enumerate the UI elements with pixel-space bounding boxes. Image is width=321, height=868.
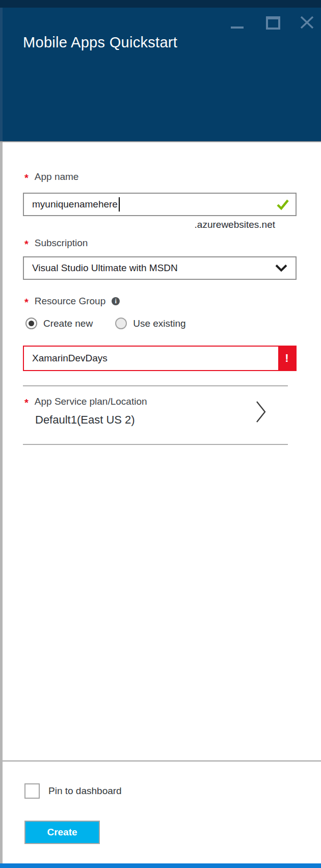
resource-group-name-input[interactable]: XamarinDevDays ! [23, 346, 297, 371]
radio-label: Use existing [133, 318, 186, 329]
resource-group-name-value: XamarinDevDays [32, 353, 108, 364]
blade-title: Mobile Apps Quickstart [23, 34, 177, 51]
chevron-down-icon [275, 265, 287, 272]
window-top-strip [0, 0, 321, 8]
app-service-plan-value: Default1(East US 2) [35, 413, 135, 427]
required-asterisk: * [24, 239, 29, 249]
app-service-plan-label: * App Service plan/Location [24, 396, 147, 407]
app-name-label-text: App name [35, 171, 79, 182]
pin-to-dashboard-checkbox[interactable] [24, 783, 40, 799]
header-left-accent [0, 8, 3, 141]
info-icon[interactable]: i [112, 297, 120, 305]
required-asterisk: * [24, 398, 29, 408]
app-name-domain-suffix: .azurewebsites.net [195, 219, 275, 230]
radio-selected-icon[interactable] [25, 318, 37, 329]
app-service-plan-selector[interactable]: * App Service plan/Location Default1(Eas… [23, 393, 288, 442]
radio-unselected-icon[interactable] [115, 318, 127, 329]
subscription-select[interactable]: Visual Studio Ultimate with MSDN [23, 256, 297, 280]
form-area: * App name myuniquenamehere .azurewebsit… [0, 142, 321, 760]
error-exclamation-icon: ! [278, 347, 296, 370]
resource-group-radio-group: Create new Use existing [25, 318, 186, 329]
divider [23, 444, 288, 445]
app-name-value: myuniquenamehere [32, 199, 118, 210]
required-asterisk: * [24, 173, 29, 183]
text-caret [119, 197, 120, 212]
divider [23, 385, 288, 386]
subscription-selected-option: Visual Studio Ultimate with MSDN [32, 262, 178, 274]
valid-check-icon [276, 198, 289, 211]
subscription-label: * Subscription [24, 238, 88, 249]
create-button[interactable]: Create [24, 821, 100, 844]
app-name-label: * App name [24, 171, 78, 182]
required-asterisk: * [24, 297, 29, 307]
radio-option-use-existing[interactable]: Use existing [115, 318, 186, 329]
bottom-accent-bar [0, 863, 321, 868]
radio-option-create-new[interactable]: Create new [25, 318, 93, 329]
minimize-icon[interactable] [231, 27, 244, 29]
pin-to-dashboard-label: Pin to dashboard [48, 785, 122, 797]
blade-footer: Pin to dashboard Create [0, 760, 321, 863]
chevron-right-icon [255, 400, 266, 424]
resource-group-label-text: Resource Group [35, 296, 105, 307]
app-name-input[interactable]: myuniquenamehere [23, 193, 297, 216]
radio-dot [29, 321, 34, 326]
close-icon[interactable] [300, 16, 314, 29]
resource-group-label: * Resource Group i [24, 296, 120, 307]
radio-label: Create new [43, 318, 93, 329]
blade-left-edge [0, 142, 3, 863]
maximize-icon[interactable] [266, 16, 280, 30]
subscription-label-text: Subscription [35, 238, 88, 249]
mobile-apps-quickstart-blade: Mobile Apps Quickstart * App name myuniq… [0, 0, 321, 868]
app-service-plan-label-text: App Service plan/Location [35, 396, 147, 407]
blade-header: Mobile Apps Quickstart [0, 8, 321, 141]
